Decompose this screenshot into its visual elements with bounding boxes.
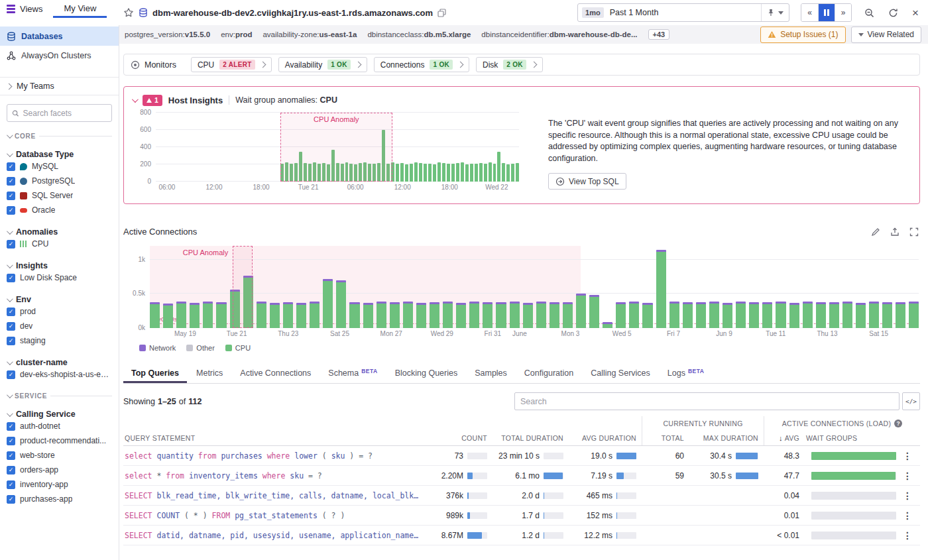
checkbox[interactable]: ✓ xyxy=(7,480,15,489)
tag[interactable]: dbinstanceclass:db.m5.xlarge xyxy=(367,30,471,38)
chart-bar[interactable] xyxy=(736,302,746,328)
chart-bar[interactable] xyxy=(909,302,919,328)
tag[interactable]: env:prod xyxy=(221,30,252,38)
row-menu-button[interactable]: ⋮ xyxy=(900,490,915,501)
chart-bar[interactable] xyxy=(419,163,422,182)
table-row[interactable]: SELECT blk_read_time, blk_write_time, ca… xyxy=(123,486,920,506)
facet-item-inventory-app[interactable]: ✓inventory-app xyxy=(0,477,119,492)
views-menu[interactable]: Views xyxy=(7,0,42,18)
column-header-total[interactable]: TOTAL xyxy=(642,430,689,445)
legend-item-network[interactable]: Network xyxy=(139,344,176,352)
chart-bar[interactable] xyxy=(882,302,892,328)
checkbox[interactable]: ✓ xyxy=(7,177,15,186)
favorite-star-icon[interactable] xyxy=(123,7,134,18)
chart-bar[interactable] xyxy=(536,302,546,328)
chart-bar[interactable] xyxy=(683,302,693,328)
edit-graph-icon[interactable] xyxy=(871,227,880,237)
row-menu-button[interactable]: ⋮ xyxy=(900,471,915,481)
info-icon[interactable]: ? xyxy=(894,420,902,427)
table-row[interactable]: select quantity from purchases where low… xyxy=(123,446,920,466)
chart-bar[interactable] xyxy=(163,304,173,328)
chart-bar[interactable] xyxy=(523,303,533,328)
sidebar-item-alwayson-clusters[interactable]: AlwaysOn Clusters xyxy=(0,46,119,65)
chart-bar[interactable] xyxy=(461,162,464,182)
chart-bar[interactable] xyxy=(451,164,455,182)
tab-calling-services[interactable]: Calling Services xyxy=(583,363,658,383)
facet-group-header[interactable]: Database Type xyxy=(0,150,119,159)
checkbox[interactable]: ✓ xyxy=(7,192,15,200)
chart-bar[interactable] xyxy=(390,302,400,328)
chevron-down-icon[interactable] xyxy=(7,132,13,139)
tab-metrics[interactable]: Metrics xyxy=(188,363,231,383)
facet-item-orders-app[interactable]: ✓orders-app xyxy=(0,463,119,477)
table-row[interactable]: SELECT datid, datname, pid, usesysid, us… xyxy=(123,526,920,545)
close-button[interactable]: × xyxy=(911,6,920,20)
chart-bar[interactable] xyxy=(816,302,826,328)
tag[interactable]: availability-zone:us-east-1a xyxy=(262,30,357,38)
chart-bar[interactable] xyxy=(616,302,626,328)
chart-bar[interactable] xyxy=(493,164,496,182)
chart-bar[interactable] xyxy=(447,164,450,182)
chart-bar[interactable] xyxy=(190,303,200,328)
chart-bar[interactable] xyxy=(469,302,479,328)
sidebar-item-my-teams[interactable]: My Teams xyxy=(0,77,119,95)
column-header-wait-groups[interactable]: WAIT GROUPS xyxy=(805,430,899,445)
tab-my-view[interactable]: My View xyxy=(53,0,107,18)
tab-top-queries[interactable]: Top Queries xyxy=(123,363,187,383)
chart-bar[interactable] xyxy=(416,303,426,328)
chart-bar[interactable] xyxy=(550,302,559,328)
facet-item-dev-eks-shopist-a-us-eas[interactable]: ✓dev-eks-shopist-a-us-eas... xyxy=(0,367,119,382)
column-header-total-duration[interactable]: TOTAL DURATION xyxy=(493,430,569,445)
export-icon[interactable] xyxy=(890,227,899,237)
row-menu-button[interactable]: ⋮ xyxy=(900,510,915,521)
chart-bar[interactable] xyxy=(216,302,226,328)
facet-item-mysql[interactable]: ✓MySQL xyxy=(0,159,119,174)
chart-bar[interactable] xyxy=(410,164,413,182)
chart-bar[interactable] xyxy=(443,302,453,328)
chart-bar[interactable] xyxy=(430,302,439,328)
checkbox[interactable]: ✓ xyxy=(7,370,15,379)
chart-bar[interactable] xyxy=(377,302,386,328)
tab-configuration[interactable]: Configuration xyxy=(516,363,581,383)
facet-item-sql-server[interactable]: ✓SQL Server xyxy=(0,188,119,203)
chart-bar[interactable] xyxy=(829,302,839,328)
facet-item-cpu[interactable]: ✓CPU xyxy=(0,237,119,251)
zoom-out-button[interactable] xyxy=(863,7,876,19)
chart-bar[interactable] xyxy=(502,163,505,182)
chart-bar[interactable] xyxy=(433,164,436,182)
facet-group-header[interactable]: Anomalies xyxy=(0,227,119,237)
time-range-selector[interactable]: 1mo Past 1 Month xyxy=(577,3,789,22)
refresh-button[interactable] xyxy=(887,7,899,19)
column-header-max-duration[interactable]: MAX DURATION xyxy=(689,430,764,445)
chart-bar[interactable] xyxy=(150,302,160,328)
tab-active-connections[interactable]: Active Connections xyxy=(232,363,319,383)
monitor-pill-availability[interactable]: Availability1 OK xyxy=(278,57,367,72)
chart-bar[interactable] xyxy=(842,302,852,328)
copy-icon[interactable] xyxy=(437,9,446,17)
monitor-pill-disk[interactable]: Disk2 OK xyxy=(476,57,543,72)
checkbox[interactable]: ✓ xyxy=(7,466,15,475)
chart-bar[interactable] xyxy=(896,302,905,328)
chart-bar[interactable] xyxy=(475,164,478,182)
chart-bar[interactable] xyxy=(762,302,772,328)
chart-bar[interactable] xyxy=(465,164,469,182)
chart-bar[interactable] xyxy=(456,163,459,182)
chart-bar[interactable] xyxy=(669,302,679,328)
chart-bar[interactable] xyxy=(323,279,333,328)
chart-bar[interactable] xyxy=(176,302,186,328)
setup-issues-button[interactable]: Setup Issues (1) xyxy=(760,27,845,43)
chart-bar[interactable] xyxy=(363,303,373,328)
tag[interactable]: postgres_version:v15.5.0 xyxy=(125,30,210,38)
column-header-avg[interactable]: ↓AVG xyxy=(764,430,805,445)
chart-bar[interactable] xyxy=(483,302,493,328)
chart-bar[interactable] xyxy=(400,163,404,182)
chart-bar[interactable] xyxy=(270,303,280,328)
chart-bar[interactable] xyxy=(470,164,473,182)
active-connections-plot[interactable]: 0k0.5k1k4 vCPUsCPU Anomaly xyxy=(150,246,919,328)
chart-bar[interactable] xyxy=(497,152,500,182)
chart-bar[interactable] xyxy=(336,280,346,328)
chart-bar[interactable] xyxy=(856,303,866,328)
facet-group-header[interactable]: Calling Service xyxy=(0,410,119,419)
chart-bar[interactable] xyxy=(479,163,483,182)
facet-item-web-store[interactable]: ✓web-store xyxy=(0,448,119,463)
